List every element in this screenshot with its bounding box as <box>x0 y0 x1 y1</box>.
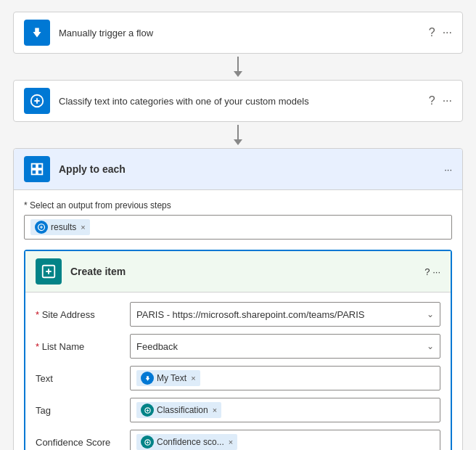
field-list-name: * List Name Feedback ⌄ <box>36 333 440 359</box>
confidence-token-icon <box>141 435 154 449</box>
create-item-body: * Site Address PARIS - https://microsoft… <box>25 292 451 450</box>
create-item-actions: ? ··· <box>424 266 440 277</box>
field-tag-value[interactable]: Classification × <box>130 398 440 422</box>
svg-rect-2 <box>38 164 42 168</box>
tag-token-close[interactable]: × <box>213 406 217 414</box>
field-text-value[interactable]: My Text × <box>130 366 440 390</box>
field-tag: Tag Classification <box>36 397 440 423</box>
create-item-card: Create item ? ··· * Site Address PARIS -… <box>24 250 452 450</box>
site-address-chevron: ⌄ <box>427 309 434 319</box>
classify-icon <box>24 88 50 114</box>
arrow-head-2 <box>234 139 242 145</box>
text-token-icon <box>141 372 154 385</box>
confidence-token: Confidence sco... × <box>136 434 237 450</box>
svg-rect-4 <box>38 170 42 174</box>
tag-token-label: Classification <box>157 405 208 415</box>
classify-actions: ? ··· <box>429 94 452 107</box>
tag-token-icon <box>141 404 154 417</box>
arrow-line-1 <box>237 57 239 71</box>
field-site-address-label: * Site Address <box>36 309 130 320</box>
apply-each-header: Apply to each ··· <box>14 149 462 190</box>
results-token-label: results <box>51 222 76 232</box>
trigger-step: Manually trigger a flow ? ··· <box>13 12 463 54</box>
tag-token: Classification × <box>136 402 221 418</box>
svg-rect-3 <box>32 170 36 174</box>
confidence-token-close[interactable]: × <box>229 438 233 446</box>
text-token: My Text × <box>136 370 200 386</box>
arrow-line-2 <box>237 125 239 139</box>
field-confidence-score: Confidence Score Confidence s <box>36 429 440 450</box>
create-item-help-icon[interactable]: ? <box>424 266 430 277</box>
select-output-label: * Select an output from previous steps <box>24 200 452 210</box>
field-tag-label: Tag <box>36 405 130 416</box>
create-item-icon <box>36 258 62 285</box>
text-token-label: My Text <box>157 373 186 383</box>
field-list-name-label: * List Name <box>36 341 130 352</box>
arrow-head-1 <box>234 71 242 77</box>
text-token-close[interactable]: × <box>191 374 195 382</box>
trigger-icon <box>24 20 50 46</box>
classify-title: Classify text into categories with one o… <box>59 96 429 107</box>
trigger-title: Manually trigger a flow <box>59 28 429 38</box>
field-site-address: * Site Address PARIS - https://microsoft… <box>36 301 440 327</box>
field-confidence-score-value[interactable]: Confidence sco... × <box>130 430 440 450</box>
field-text-label: Text <box>36 373 130 384</box>
results-token: results × <box>30 219 90 235</box>
site-address-text: PARIS - https://microsoft.sharepoint.com… <box>136 309 365 320</box>
trigger-help-icon[interactable]: ? <box>429 26 435 39</box>
apply-each-title: Apply to each <box>59 163 444 175</box>
field-site-address-value[interactable]: PARIS - https://microsoft.sharepoint.com… <box>130 302 440 327</box>
confidence-token-label: Confidence sco... <box>157 437 224 447</box>
apply-each-body: * Select an output from previous steps r… <box>14 190 462 450</box>
flow-container: Manually trigger a flow ? ··· Classify t… <box>12 12 464 450</box>
arrow-2 <box>234 122 242 148</box>
svg-rect-1 <box>32 164 36 168</box>
field-confidence-score-label: Confidence Score <box>36 437 130 448</box>
results-token-close[interactable]: × <box>81 223 85 232</box>
apply-each-icon <box>24 156 50 182</box>
trigger-actions: ? ··· <box>429 26 452 39</box>
apply-each-container: Apply to each ··· * Select an output fro… <box>13 148 463 450</box>
create-item-title: Create item <box>70 266 424 277</box>
classify-more-icon[interactable]: ··· <box>443 94 452 107</box>
trigger-more-icon[interactable]: ··· <box>443 26 452 39</box>
apply-each-actions: ··· <box>444 164 452 175</box>
list-name-chevron: ⌄ <box>427 341 434 351</box>
field-list-name-value[interactable]: Feedback ⌄ <box>130 334 440 359</box>
results-token-icon <box>35 221 48 234</box>
classify-step: Classify text into categories with one o… <box>13 80 463 122</box>
apply-each-more-icon[interactable]: ··· <box>444 164 452 175</box>
create-item-header: Create item ? ··· <box>25 251 451 292</box>
list-name-text: Feedback <box>136 341 178 352</box>
field-text: Text My Text × <box>36 365 440 391</box>
create-item-more-icon[interactable]: ··· <box>432 266 440 277</box>
select-output-input[interactable]: results × <box>24 215 452 240</box>
arrow-1 <box>234 54 242 80</box>
classify-help-icon[interactable]: ? <box>429 94 435 107</box>
